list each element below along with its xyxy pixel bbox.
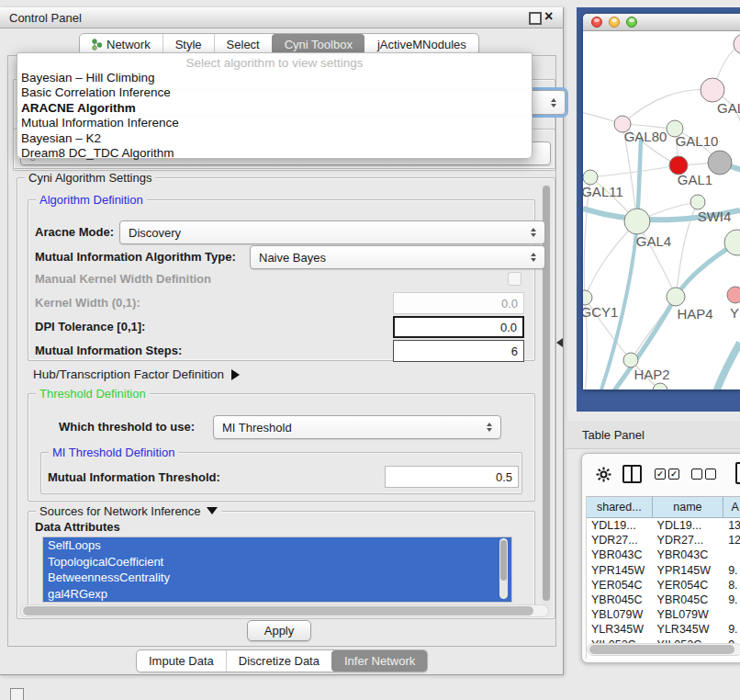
mi-type-combo[interactable]: Naive Bayes xyxy=(250,245,545,269)
table-column-header[interactable]: shared... xyxy=(587,497,653,517)
table-row[interactable]: YLR345WYLR345W9. xyxy=(587,622,740,637)
dpi-tolerance-label: DPI Tolerance [0,1]: xyxy=(35,320,145,333)
manual-kernel-label: Manual Kernel Width Definition xyxy=(35,272,211,286)
mi-threshold-group-title: MI Threshold Definition xyxy=(49,446,178,459)
tab-infer-network[interactable]: Infer Network xyxy=(331,650,427,672)
network-view-window: GALGAL80GAL10GAL1GAL11SWI4GAL4GCY1HAP4YH… xyxy=(583,14,740,390)
close-window-icon[interactable] xyxy=(591,17,602,28)
algorithm-option[interactable]: Basic Correlation Inference xyxy=(17,85,532,100)
attributes-vertical-scrollbar[interactable] xyxy=(499,538,508,599)
network-node-gal[interactable] xyxy=(701,78,724,102)
attributes-scroll-thumb[interactable] xyxy=(500,540,507,581)
close-panel-icon[interactable]: × xyxy=(544,8,553,25)
algorithm-option[interactable]: ARACNE Algorithm xyxy=(17,101,532,116)
gear-icon[interactable] xyxy=(596,467,611,482)
settings-horizontal-scrollbar[interactable] xyxy=(20,604,549,617)
dpi-tolerance-input[interactable]: 0.0 xyxy=(393,316,524,338)
table-row[interactable]: YBL079WYBL079W xyxy=(587,607,740,622)
deselect-all-columns-icon[interactable] xyxy=(691,469,716,480)
document-icon[interactable] xyxy=(735,462,740,484)
kernel-width-value: 0.0 xyxy=(501,297,518,310)
mi-steps-input[interactable]: 6 xyxy=(393,340,524,362)
network-graph-canvas[interactable]: GALGAL80GAL10GAL1GAL11SWI4GAL4GCY1HAP4YH… xyxy=(583,31,740,390)
network-node-hap4[interactable] xyxy=(667,288,685,306)
algorithm-option[interactable]: Bayesian – K2 xyxy=(17,131,532,146)
stepper-arrows-icon xyxy=(551,98,556,107)
aracne-mode-value: Discovery xyxy=(129,226,181,240)
data-attribute-item[interactable]: BetweennessCentrality xyxy=(43,570,511,586)
algorithm-option[interactable]: Bayesian – Hill Climbing xyxy=(17,71,532,85)
apply-button[interactable]: Apply xyxy=(247,620,311,641)
table-cell: YPR145W xyxy=(653,563,724,578)
table-row[interactable]: YDR27...YDR27...12 xyxy=(587,533,740,548)
network-edge[interactable] xyxy=(622,89,712,124)
select-all-columns-icon[interactable]: ✓✓ xyxy=(655,469,679,480)
tab-impute-data[interactable]: Impute Data xyxy=(137,650,226,672)
aracne-mode-combo[interactable]: Discovery xyxy=(119,220,545,244)
table-row[interactable]: YPR145WYPR145W9. xyxy=(587,563,740,578)
hub-definition-expander[interactable]: Hub/Transcription Factor Definition xyxy=(33,367,240,381)
mi-threshold-value: 0.5 xyxy=(496,470,512,484)
table-row[interactable]: YER054CYER054C8. xyxy=(587,578,740,593)
table-cell: YDR27... xyxy=(653,533,724,548)
network-node-gcy1[interactable] xyxy=(583,290,592,305)
manual-kernel-checkbox[interactable] xyxy=(508,272,521,286)
tab-infer-network-label: Infer Network xyxy=(344,654,415,668)
network-node-y[interactable] xyxy=(727,287,740,303)
which-threshold-combo[interactable]: MI Threshold xyxy=(213,415,501,439)
control-panel-title: Control Panel xyxy=(9,11,82,25)
network-node-label: GAL4 xyxy=(636,233,671,249)
algorithm-definition-title: Algorithm Definition xyxy=(36,193,147,207)
kernel-width-input[interactable]: 0.0 xyxy=(393,292,524,314)
algorithm-option-list: Bayesian – Hill ClimbingBasic Correlatio… xyxy=(17,71,532,161)
data-attribute-item[interactable]: SelfLoops xyxy=(43,537,511,554)
network-edge-highlighted[interactable] xyxy=(709,343,740,390)
network-node[interactable] xyxy=(653,383,667,390)
split-columns-icon[interactable] xyxy=(622,465,642,483)
tab-discretize-data[interactable]: Discretize Data xyxy=(226,650,331,672)
tab-cyni-toolbox-label: Cyni Toolbox xyxy=(285,38,353,51)
table-row[interactable]: YDL19...YDL19...13 xyxy=(587,518,740,533)
tab-style-label: Style xyxy=(175,38,202,51)
stepper-arrows-icon xyxy=(487,423,492,432)
table-cell: YBR043C xyxy=(653,548,724,562)
table-panel-header: Table Panel xyxy=(566,421,740,449)
table-cell: YBR045C xyxy=(653,593,724,607)
network-node-swi4[interactable] xyxy=(690,195,705,209)
table-row[interactable]: YBR043CYBR043C xyxy=(587,548,740,562)
data-attributes-list[interactable]: SelfLoopsTopologicalCoefficientBetweenne… xyxy=(42,536,512,603)
table-column-header[interactable]: name xyxy=(653,497,724,517)
mi-threshold-input[interactable]: 0.5 xyxy=(385,466,519,488)
splitter-collapse-arrow[interactable] xyxy=(556,338,563,347)
table-cell xyxy=(723,548,740,562)
network-node-gal11[interactable] xyxy=(583,170,598,185)
table-row[interactable]: YBR045CYBR045C9. xyxy=(587,593,740,607)
float-panel-icon[interactable] xyxy=(529,12,542,25)
network-node[interactable] xyxy=(734,34,740,54)
algorithm-option[interactable]: Dream8 DC_TDC Algorithm xyxy=(17,146,532,161)
table-column-header[interactable]: A xyxy=(723,497,740,517)
table-hscroll-thumb[interactable] xyxy=(589,645,734,654)
network-node-label: GCY1 xyxy=(583,304,618,320)
network-node-gal4[interactable] xyxy=(624,209,650,234)
algorithm-option[interactable]: Mutual Information Inference xyxy=(17,116,532,130)
table-horizontal-scrollbar[interactable] xyxy=(587,643,740,656)
table-cell: 9. xyxy=(723,622,740,637)
data-attribute-item[interactable]: TopologicalCoefficient xyxy=(43,554,511,570)
table-cell: 9. xyxy=(723,593,740,607)
network-node-hap2[interactable] xyxy=(623,353,638,367)
mi-steps-value: 6 xyxy=(511,344,518,358)
node-table[interactable]: shared...nameA YDL19...YDL19...13YDR27..… xyxy=(586,496,740,659)
data-attribute-item[interactable]: gal4RGexp xyxy=(43,586,511,603)
sources-group-title[interactable]: Sources for Network Inference xyxy=(36,504,221,518)
collapse-down-icon xyxy=(207,507,218,514)
network-node-label: Y xyxy=(730,305,739,321)
network-node-label: HAP4 xyxy=(677,306,712,322)
dock-mini-icon[interactable] xyxy=(10,688,24,700)
tab-discretize-data-label: Discretize Data xyxy=(239,654,320,668)
network-icon xyxy=(92,39,102,51)
settings-hscroll-thumb[interactable] xyxy=(23,606,533,615)
zoom-window-icon[interactable] xyxy=(626,17,637,28)
network-edge[interactable] xyxy=(590,165,678,177)
minimize-window-icon[interactable] xyxy=(609,17,620,28)
